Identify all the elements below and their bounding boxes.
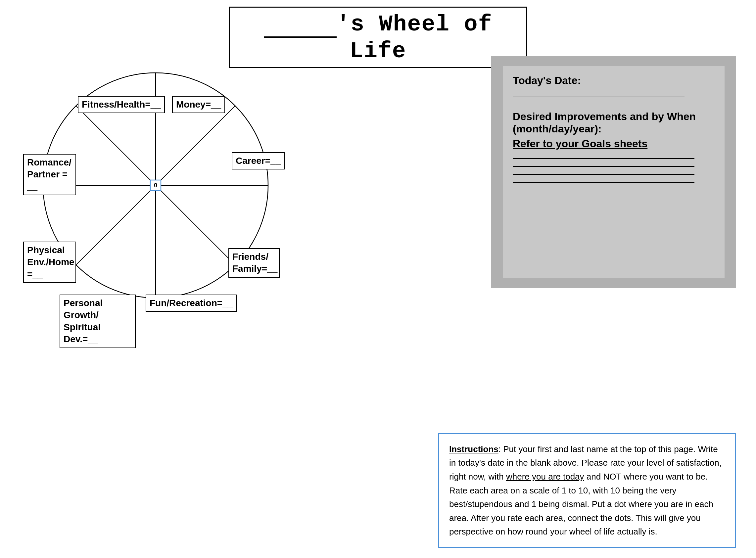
date-label: Today's Date:	[513, 74, 715, 87]
label-career: Career=__	[232, 152, 285, 170]
where-underline: where you are today	[506, 472, 584, 482]
label-fun: Fun/Recreation=__	[146, 295, 237, 312]
label-fitness: Fitness/Health=__	[78, 96, 165, 113]
instructions-title: Instructions	[449, 444, 499, 454]
romance-line3: __	[27, 181, 37, 192]
panel-line-3	[513, 174, 695, 175]
instructions-body: : Put your first and last name at the to…	[449, 444, 722, 537]
panel-line-2	[513, 166, 695, 167]
right-panel-inner: Today's Date: Desired Improvements and b…	[503, 66, 725, 278]
physical-line2: Env./Home	[27, 257, 74, 267]
svg-text:0: 0	[154, 182, 157, 189]
label-personal: Personal Growth/ Spiritual Dev.=__	[59, 295, 136, 348]
personal-line1: Personal Growth/	[64, 298, 103, 320]
romance-line2: Partner =	[27, 169, 68, 179]
name-underline	[264, 11, 337, 38]
label-physical: Physical Env./Home =__	[23, 242, 76, 283]
wheel-area: 0 Fitness/Health=__ Money=__ Career=__ R…	[26, 56, 285, 314]
label-friends: Friends/ Family=__	[228, 248, 280, 278]
date-line	[513, 97, 684, 97]
friends-line2: Family=__	[232, 263, 277, 274]
label-romance: Romance/ Partner = __	[23, 154, 76, 195]
right-panel: Today's Date: Desired Improvements and b…	[491, 56, 736, 288]
label-money: Money=__	[172, 96, 225, 113]
improvements-label: Desired Improvements and by When (month/…	[513, 110, 715, 135]
friends-line1: Friends/	[232, 252, 269, 262]
romance-line1: Romance/	[27, 157, 72, 168]
physical-line3: =__	[27, 269, 43, 279]
page-title: 's Wheel of Life	[264, 11, 493, 64]
personal-line2: Spiritual Dev.=__	[64, 322, 101, 344]
panel-line-4	[513, 182, 695, 183]
instructions-box: Instructions: Put your first and last na…	[438, 433, 736, 548]
physical-line1: Physical	[27, 245, 65, 255]
panel-line-1	[513, 158, 695, 159]
title-text: 's Wheel of Life	[337, 11, 493, 64]
refer-text: Refer to your Goals sheets	[513, 138, 715, 150]
